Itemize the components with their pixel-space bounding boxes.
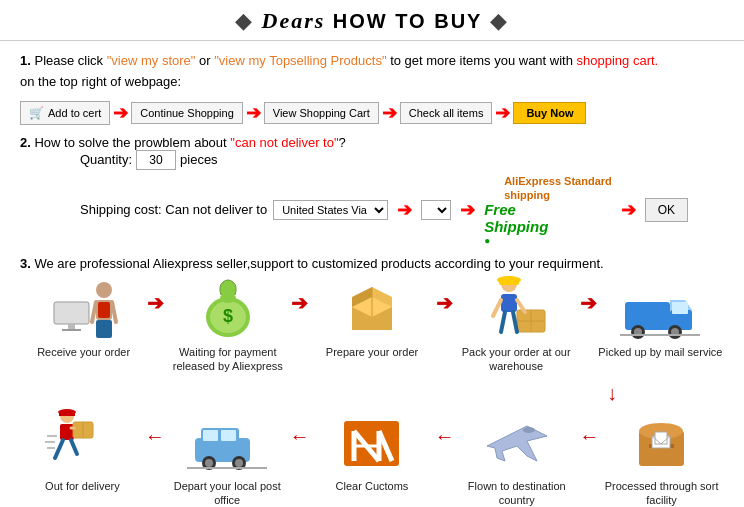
decoration-right: ◆ [490,8,509,33]
section1-subtext: on the top right of webpage: [20,72,724,93]
pieces-label: pieces [180,152,218,167]
svg-text:$: $ [223,306,233,326]
flown-label: Flown to destination country [454,479,579,507]
section1: 1. Please click "view my store" or "view… [20,51,724,93]
svg-line-6 [92,302,96,322]
outdelivery-label: Out for delivery [45,479,120,493]
process-row1: Receive your order ➔ $ Waiting for payme… [20,271,724,374]
svg-rect-1 [68,324,75,329]
svg-rect-41 [60,424,74,440]
receive-label: Receive your order [37,345,130,359]
arrow2: ➔ [246,102,261,124]
svg-rect-70 [655,432,667,444]
section3: 3. We are professional Aliexpress seller… [20,256,724,271]
svg-line-7 [112,302,116,322]
section3-text: We are professional Aliexpress seller,su… [34,256,603,271]
customs-label: Clear Cuctoms [336,479,409,493]
section1-text2: or [195,53,214,68]
check-items-label: Check all items [409,107,484,119]
shipping-arrow1: ➔ [397,199,412,221]
step-check-items[interactable]: Check all items [400,102,493,124]
shipping-select[interactable]: United States Via [273,200,388,220]
svg-rect-53 [221,430,236,441]
process-arrow-r2-1: ← [145,405,165,448]
process-arrow-r2-3: ← [434,405,454,448]
svg-rect-0 [54,302,89,324]
section1-number: 1. [20,53,31,68]
shipping-label: Shipping cost: Can not deliver to [80,202,267,217]
step-view-cart[interactable]: View Shopping Cart [264,102,379,124]
view-store-link[interactable]: "view my store" [107,53,196,68]
arrow4: ➔ [495,102,510,124]
svg-point-57 [235,459,243,467]
shipping-arrow2: ➔ [460,199,475,221]
section2-number: 2. [20,135,31,150]
svg-rect-5 [98,302,110,318]
continue-shopping-label: Continue Shopping [140,107,234,119]
svg-rect-19 [501,294,517,312]
step-bar: Add to cert ➔ Continue Shopping ➔ View S… [20,101,724,125]
buy-now-label: Buy Now [526,107,573,119]
view-products-link[interactable]: "view my Topselling Products" [214,53,386,68]
quantity-input[interactable] [136,150,176,170]
shopping-cart-link[interactable]: shopping cart. [577,53,659,68]
down-arrow-container: ↓ [77,382,667,405]
flown-icon [477,405,557,475]
header-title-italic: Dears [262,8,326,33]
arrow1: ➔ [113,102,128,124]
decoration-left: ◆ [235,8,254,33]
process-item-sort: Processed through sort facility [599,405,724,507]
outdelivery-icon [42,405,122,475]
depart-label: Depart your local post office [165,479,290,507]
receive-icon [44,271,124,341]
pack-icon [476,271,556,341]
process-item-customs: Clear Cuctoms [310,405,435,493]
shipping-info-block: AliExpress Standard shipping Free Shippi… [484,174,688,247]
depart-icon [187,405,267,475]
section3-heading: 3. We are professional Aliexpress seller… [20,256,724,271]
svg-rect-8 [96,320,112,338]
process-item-pickup: Picked up by mail service [597,271,724,359]
shipping-dropdown2[interactable] [421,200,451,220]
pickup-icon [620,271,700,341]
free-shipping-line1: Free [484,202,612,219]
process-item-prepare: Prepare your order [308,271,435,359]
quantity-row: Quantity: pieces [80,150,724,170]
section1-text1: Please click [34,53,106,68]
svg-line-28 [513,312,517,332]
process-arrow-r1-3: ➔ [436,271,453,315]
svg-line-25 [493,300,501,316]
view-cart-label: View Shopping Cart [273,107,370,119]
ok-button[interactable]: OK [645,198,688,222]
customs-icon [332,405,412,475]
shipping-row: Shipping cost: Can not deliver to United… [80,174,724,247]
aliexpress-shipping-line1: AliExpress Standard [504,174,612,188]
step-buy-now[interactable]: Buy Now [513,102,586,124]
process-arrow-r1-4: ➔ [580,271,597,315]
prepare-icon [332,271,412,341]
step-add-to-cart[interactable]: Add to cert [20,101,110,125]
process-item-pack: Pack your order at our warehouse [453,271,580,374]
process-item-waiting: $ Waiting for payment released by Aliexp… [164,271,291,374]
sort-icon [622,405,702,475]
svg-line-46 [71,440,77,454]
header-title-rest: HOW TO BUY [333,10,483,32]
main-content: 1. Please click "view my store" or "view… [0,41,744,507]
svg-rect-29 [625,302,670,330]
process-item-outdelivery: Out for delivery [20,405,145,493]
prepare-label: Prepare your order [326,345,418,359]
svg-point-65 [523,427,535,433]
process-arrow-r1-2: ➔ [291,271,308,315]
page-header: ◆ Dears HOW TO BUY ◆ [0,0,744,41]
step-continue-shopping[interactable]: Continue Shopping [131,102,243,124]
section2-text: How to solve the prowblem about [34,135,230,150]
process-arrow-r1-1: ➔ [147,271,164,315]
waiting-icon: $ [188,271,268,341]
aliexpress-shipping-line2: shipping [504,188,612,202]
add-to-cart-label: Add to cert [48,107,101,119]
pack-label: Pack your order at our warehouse [453,345,580,374]
section2-qmark: ? [339,135,346,150]
cannot-deliver-highlight: "can not deliver to" [230,135,338,150]
svg-rect-40 [59,412,75,416]
svg-point-21 [497,276,521,284]
